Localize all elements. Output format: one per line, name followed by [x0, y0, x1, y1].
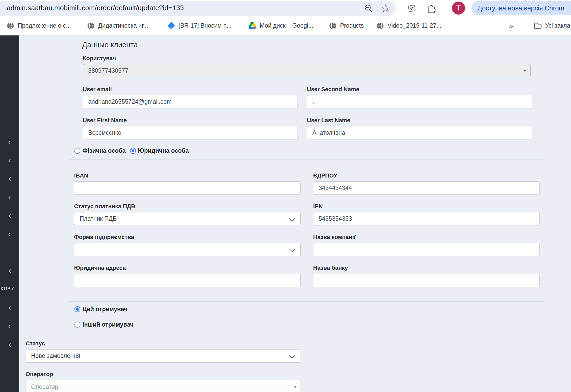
bookmarks-bar: Предложение о с... Дидактическа иг... [B…: [0, 16, 571, 35]
folder-icon: [534, 22, 542, 30]
jira-icon: [167, 22, 175, 30]
collapse-chevron-icon[interactable]: [0, 229, 19, 238]
customer-data-card: Данные клиента Користувач 380977430577 U…: [68, 35, 545, 160]
first-name-label: User First Name: [83, 117, 298, 124]
avatar-letter: T: [456, 4, 461, 12]
browser-window: admin.saatbau.mobimill.com/order/default…: [0, 0, 571, 392]
company-form-select[interactable]: [74, 243, 301, 256]
toolbar-separator: [445, 4, 445, 13]
google-drive-icon: [248, 22, 256, 30]
ipn-label: IPN: [313, 203, 540, 210]
radio-label[interactable]: Юридична особа: [138, 147, 189, 154]
stamp-icon[interactable]: [406, 3, 418, 14]
bookmark-item[interactable]: Предложение о с...: [7, 16, 71, 35]
radio-this-recipient[interactable]: [74, 306, 80, 312]
legal-address-input[interactable]: [74, 274, 301, 287]
bookmark-label: Мой диск – Googl...: [260, 22, 313, 29]
company-data-card: IBAN ЄДРПОУ Статус платника ПДВ Платник …: [68, 169, 545, 292]
profile-avatar[interactable]: T: [452, 2, 465, 15]
bookmark-label: Products: [340, 22, 364, 29]
radio-label[interactable]: Фізична особа: [82, 147, 126, 154]
company-name-input[interactable]: [313, 243, 540, 256]
radio-label[interactable]: Інший отримувач: [82, 321, 134, 328]
collapse-chevron-icon[interactable]: [0, 192, 19, 201]
globe-icon: [7, 22, 14, 30]
bookmark-label: [BR-17] Вносим п...: [179, 22, 231, 29]
collapse-chevron-icon[interactable]: [0, 211, 19, 219]
vat-status-value: Платник ПДВ: [80, 215, 117, 222]
recipient-option: Інший отримувач: [74, 321, 134, 328]
bookmark-item[interactable]: [BR-17] Вносим п...: [167, 16, 231, 35]
dropdown-arrow-icon: [290, 380, 300, 392]
radio-other-recipient[interactable]: [74, 322, 80, 328]
collapse-chevron-icon[interactable]: [0, 340, 19, 348]
status-value: Нове замовлення: [31, 352, 80, 359]
operator-select[interactable]: Оператор: [26, 380, 300, 392]
status-select[interactable]: Нове замовлення: [26, 349, 300, 363]
bookmark-item[interactable]: Мой диск – Googl...: [248, 16, 313, 35]
bookmark-item[interactable]: Products: [329, 16, 364, 35]
status-label: Статус: [26, 340, 300, 347]
user-select-label: Користувач: [83, 55, 531, 62]
user-select[interactable]: 380977430577: [83, 64, 531, 77]
company-name-label: Назва компанії: [313, 234, 540, 241]
dropdown-arrow-icon: [519, 64, 530, 77]
chevron-down-icon: [289, 353, 295, 358]
second-name-label: User Second Name: [307, 86, 532, 93]
vat-status-label: Статус платника ПДВ: [74, 203, 301, 210]
sidebar-item-label-fragment: ктів: [1, 285, 10, 292]
vat-status-select[interactable]: Платник ПДВ: [74, 212, 301, 225]
legal-address-label: Юридична адреса: [74, 265, 301, 271]
bookmarks-overflow-chevron[interactable]: »: [509, 16, 513, 35]
collapse-chevron-icon[interactable]: [0, 266, 19, 274]
iban-label: IBAN: [74, 172, 301, 179]
globe-icon: [87, 22, 95, 30]
chevron-down-icon: [289, 247, 295, 252]
first-name-input[interactable]: [83, 126, 298, 139]
extensions-puzzle-icon[interactable]: [425, 3, 437, 14]
bank-name-input[interactable]: [313, 274, 540, 287]
second-name-input[interactable]: [307, 95, 532, 108]
collapse-chevron-icon[interactable]: [0, 155, 19, 164]
bookmark-label: Предложение о с...: [18, 22, 71, 29]
all-bookmarks-button[interactable]: Усі закла: [534, 16, 570, 35]
edrpou-label: ЄДРПОУ: [313, 172, 540, 179]
ipn-input[interactable]: [313, 212, 540, 225]
company-form-label: Форма підприємства: [74, 234, 301, 241]
user-select-value: 380977430577: [88, 67, 128, 74]
person-type-radio-group: Фізична особа Юридична особа: [74, 147, 189, 154]
last-name-label: User Last Name: [307, 117, 532, 124]
operator-label: Оператор: [26, 371, 300, 378]
update-chrome-label: Доступна нова версія Chrom: [478, 4, 564, 12]
collapse-chevron-icon[interactable]: [0, 137, 19, 146]
sidebar-item-clipped[interactable]: ктів: [1, 284, 14, 293]
zoom-out-icon[interactable]: [363, 3, 374, 14]
bookmark-item[interactable]: Дидактическа иг...: [87, 16, 148, 35]
operator-placeholder: Оператор: [31, 383, 58, 390]
collapse-chevron-icon[interactable]: [0, 303, 19, 312]
bookmark-label: Video_2019-11-27...: [388, 22, 441, 29]
radio-fizychna-osoba[interactable]: [74, 148, 80, 154]
bookmarks-separator: [528, 21, 528, 30]
chevron-down-icon: [289, 216, 295, 221]
url-text[interactable]: admin.saatbau.mobimill.com/order/default…: [7, 4, 184, 12]
bookmark-item[interactable]: Video_2019-11-27...: [376, 16, 441, 35]
email-input[interactable]: [83, 95, 298, 108]
collapse-chevron-icon: [11, 284, 14, 293]
email-label: User email: [83, 86, 298, 93]
section-title: Данные клиента: [82, 41, 138, 49]
update-chrome-button[interactable]: Доступна нова версія Chrom: [471, 1, 571, 15]
edrpou-input[interactable]: [313, 181, 540, 195]
globe-icon: [329, 22, 337, 30]
iban-input[interactable]: [74, 181, 301, 195]
radio-label[interactable]: Цей отримувач: [82, 306, 127, 313]
collapse-chevron-icon[interactable]: [0, 174, 19, 182]
radio-yurydychna-osoba[interactable]: [130, 148, 136, 154]
globe-icon: [376, 22, 384, 30]
bank-name-label: Назва банку: [313, 265, 540, 271]
collapse-chevron-icon[interactable]: [0, 321, 19, 330]
last-name-input[interactable]: [307, 126, 532, 139]
admin-sidebar: ктів: [0, 35, 19, 392]
bookmark-star-icon[interactable]: ☆: [380, 3, 391, 14]
browser-toolbar: admin.saatbau.mobimill.com/order/default…: [0, 0, 571, 16]
